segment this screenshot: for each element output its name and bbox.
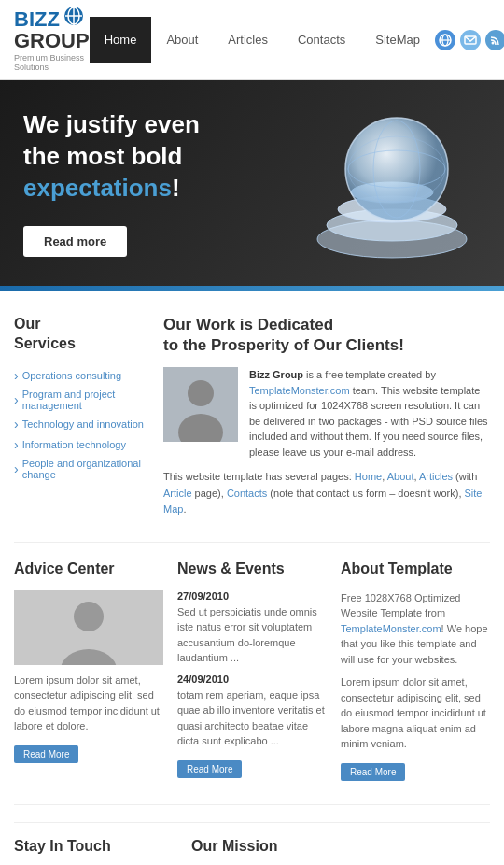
template-text-2: Lorem ipsum dolor sit amet, consectetur …	[341, 674, 490, 752]
news-title: News & Events	[177, 560, 327, 579]
stay-section: Stay In Touch f del Su tw in rd ✉ Email …	[14, 837, 173, 865]
link-articles[interactable]: Articles	[419, 471, 453, 482]
service-list: Operations consulting Program and projec…	[14, 365, 145, 483]
advice-title: Advice Center	[14, 560, 163, 579]
nav-articles[interactable]: Articles	[213, 17, 283, 63]
svg-point-18	[188, 380, 214, 406]
work-section: Our Work is Dedicatedto the Prosperity o…	[163, 315, 490, 518]
mission-section: Our Mission At vero eos et accusamus et …	[191, 837, 490, 865]
logo-tagline: Premium Business Solutions	[14, 53, 90, 72]
service-link-1[interactable]: Operations consulting	[14, 368, 145, 383]
header: BIZZ GROUP Premium Business Solutions Ho…	[0, 0, 504, 80]
section-divider-2	[14, 804, 490, 805]
link-contacts[interactable]: Contacts	[227, 488, 267, 499]
list-item: Technology and innovation	[14, 414, 145, 434]
header-icon-world[interactable]	[435, 30, 455, 50]
header-icon-rss[interactable]	[485, 30, 504, 50]
advice-image	[14, 590, 163, 665]
news-date-1: 27/09/2010	[177, 590, 327, 602]
service-link-5[interactable]: People and organizational change	[14, 458, 145, 480]
service-link-3[interactable]: Technology and innovation	[14, 417, 145, 432]
news-item-2: 24/09/2010 totam rem aperiam, eaque ipsa…	[177, 674, 327, 749]
logo: BIZZ GROUP Premium Business Solutions	[14, 7, 90, 72]
work-description: Bizz Group is a free template created by…	[249, 367, 490, 460]
main-content: OurServices Operations consulting Progra…	[0, 291, 504, 865]
svg-point-8	[492, 41, 495, 44]
template-text: Free 1028X768 Optimized Website Template…	[341, 590, 490, 668]
link-sitemap[interactable]: Site Map	[163, 488, 482, 516]
templatemonster-link[interactable]: TemplateMonster.com	[249, 385, 350, 396]
hero-section: We justify even the most bold expectatio…	[0, 80, 504, 286]
template-read-more[interactable]: Read More	[341, 763, 405, 781]
logo-group: GROUP	[14, 31, 90, 51]
services-work-section: OurServices Operations consulting Progra…	[14, 315, 490, 518]
nav-sitemap[interactable]: SiteMap	[360, 17, 435, 63]
news-read-more[interactable]: Read More	[177, 760, 242, 778]
nav-about[interactable]: About	[151, 17, 213, 63]
nav-contacts[interactable]: Contacts	[283, 17, 360, 63]
header-social-icons	[435, 30, 504, 50]
work-photo	[163, 367, 238, 442]
mission-title: Our Mission	[191, 837, 490, 857]
section-divider	[14, 542, 490, 543]
advice-read-more[interactable]: Read More	[14, 745, 78, 763]
news-text-2: totam rem aperiam, eaque ipsa quae ab il…	[177, 688, 327, 749]
header-icon-email[interactable]	[460, 30, 481, 50]
read-more-button[interactable]: Read more	[23, 226, 127, 257]
advice-text: Lorem ipsum dolor sit amet, consectetur …	[14, 673, 163, 734]
bottom-section: Stay In Touch f del Su tw in rd ✉ Email …	[14, 822, 490, 865]
link-home[interactable]: Home	[355, 471, 382, 482]
list-item: Program and project management	[14, 386, 145, 414]
service-link-2[interactable]: Program and project management	[14, 389, 145, 411]
news-section: News & Events 27/09/2010 Sed ut perspici…	[177, 560, 327, 781]
hero-text: We justify even the most bold expectatio…	[23, 109, 481, 256]
services-section: OurServices Operations consulting Progra…	[14, 315, 145, 518]
work-links: This website template has several pages:…	[163, 469, 490, 518]
main-nav: Home About Articles Contacts SiteMap	[90, 17, 435, 63]
logo-icon	[63, 6, 84, 29]
work-title: Our Work is Dedicatedto the Prosperity o…	[163, 315, 490, 356]
list-item: People and organizational change	[14, 455, 145, 483]
service-link-4[interactable]: Information technology	[14, 437, 145, 452]
work-intro: Bizz Group is a free template created by…	[163, 367, 490, 460]
news-text-1: Sed ut perspiciatis unde omnis iste natu…	[177, 604, 327, 666]
link-about[interactable]: About	[387, 471, 414, 482]
logo-bizz: BIZZ	[14, 9, 60, 30]
advice-section: Advice Center Lorem ipsum dolor sit amet…	[14, 560, 163, 781]
template-section: About Template Free 1028X768 Optimized W…	[341, 560, 490, 781]
news-date-2: 24/09/2010	[177, 674, 327, 685]
svg-point-21	[74, 602, 104, 631]
list-item: Operations consulting	[14, 365, 145, 386]
stay-title: Stay In Touch	[14, 837, 173, 857]
nav-home[interactable]: Home	[90, 17, 152, 63]
services-title: OurServices	[14, 315, 145, 354]
list-item: Information technology	[14, 434, 145, 455]
templatemonster-link-2[interactable]: TemplateMonster.com	[341, 623, 441, 634]
template-title: About Template	[341, 560, 490, 579]
link-article[interactable]: Article	[163, 488, 192, 499]
three-col-section: Advice Center Lorem ipsum dolor sit amet…	[14, 560, 490, 781]
hero-headline: We justify even the most bold expectatio…	[23, 109, 481, 204]
news-item-1: 27/09/2010 Sed ut perspiciatis unde omni…	[177, 590, 327, 674]
